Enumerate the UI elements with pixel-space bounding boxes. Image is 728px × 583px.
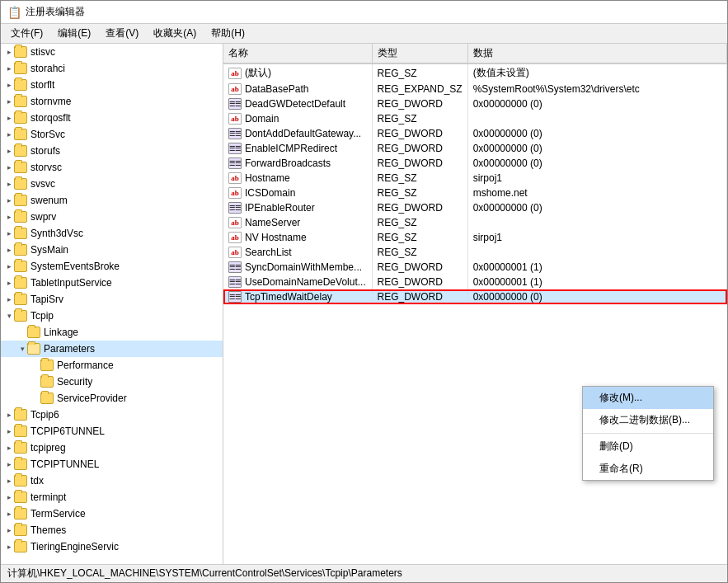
tree-arrow-Tcpip[interactable] [4,311,14,321]
tree-item-storqosflt[interactable]: storqosflt [1,110,223,126]
cell-name-10: abNameServer [223,215,372,230]
tree-item-storflt[interactable]: storflt [1,77,223,93]
tree-arrow-storqosflt[interactable] [4,113,14,123]
tree-arrow-TapiSrv[interactable] [4,294,14,304]
tree-item-Synth3dVsc[interactable]: Synth3dVsc [1,225,223,242]
tree-item-Tcpip6[interactable]: Tcpip6 [1,407,223,423]
tree-item-Security[interactable]: Security [1,374,223,390]
table-row[interactable]: abICSDomainREG_SZmshome.net [223,186,727,200]
table-row[interactable]: abHostnameREG_SZsirpoj1 [223,171,727,186]
cell-name-text: ForwardBroadcasts [245,158,331,169]
tree-item-tdx[interactable]: tdx [1,473,223,489]
table-row[interactable]: abNV HostnameREG_SZsirpoj1 [223,230,727,245]
tree-item-TabletInputService[interactable]: TabletInputService [1,275,223,291]
table-row[interactable]: ☰☰UseDomainNameDeVolut...REG_DWORD0x0000… [223,275,727,289]
tree-item-SysMain[interactable]: SysMain [1,242,223,258]
tree-item-stisvc[interactable]: stisvc [1,44,223,60]
menu-edit[interactable]: 编辑(E) [51,25,97,42]
table-row[interactable]: abDataBasePathREG_EXPAND_SZ%SystemRoot%\… [223,82,727,96]
tree-arrow-swprv[interactable] [4,212,14,222]
table-row[interactable]: abDomainREG_SZ [223,111,727,126]
tree-arrow-TieringEngineServic[interactable] [4,542,14,552]
main-content: stisvcstorahcistorfltstornvmestorqosfltS… [1,44,727,564]
tree-item-TermService[interactable]: TermService [1,505,223,522]
context-menu-item-3[interactable]: 删除(D) [583,435,713,458]
tree-arrow-svsvc[interactable] [4,179,14,189]
tree-arrow-Themes[interactable] [4,525,14,535]
tree-arrow-SysMain[interactable] [4,245,14,255]
context-menu-item-0[interactable]: 修改(M)... [583,387,713,409]
tree-item-storvsc[interactable]: storvsc [1,159,223,176]
tree-arrow-SystemEventsBroke[interactable] [4,261,14,271]
menu-help[interactable]: 帮助(H) [204,25,251,42]
folder-icon-Parameters [27,343,40,355]
tree-item-swprv[interactable]: swprv [1,209,223,225]
tree-item-Tcpip[interactable]: Tcpip [1,308,223,324]
table-row[interactable]: abNameServerREG_SZ [223,215,727,230]
tree-item-Themes[interactable]: Themes [1,522,223,538]
tree-label-storufs: storufs [31,145,60,157]
tree-arrow-tdx[interactable] [4,476,14,486]
table-row[interactable]: ab(默认)REG_SZ(数值未设置) [223,63,727,82]
tree-item-TCPIPTUNNEL[interactable]: TCPIPTUNNEL [1,456,223,473]
tree-item-storahci[interactable]: storahci [1,60,223,77]
tree-arrow-TCPIP6TUNNEL[interactable] [4,426,14,436]
folder-icon-storvsc [14,162,27,173]
table-row[interactable]: ☰☰DontAddDefaultGateway...REG_DWORD0x000… [223,126,727,141]
menu-file[interactable]: 文件(F) [4,25,49,42]
tree-arrow-Tcpip6[interactable] [4,410,14,420]
tree-item-StorSvc[interactable]: StorSvc [1,126,223,143]
table-row[interactable]: ☰☰DeadGWDetectDefaultREG_DWORD0x00000000… [223,96,727,111]
tree-arrow-Security[interactable] [31,377,40,387]
tree-arrow-storahci[interactable] [4,63,14,73]
context-menu-item-1[interactable]: 修改二进制数据(B)... [583,409,713,431]
tree-arrow-Synth3dVsc[interactable] [4,228,14,238]
menu-favorites[interactable]: 收藏夹(A) [147,25,203,42]
cell-name-1: abDataBasePath [223,82,372,96]
cell-type-0: REG_SZ [372,63,467,82]
cell-type-7: REG_SZ [372,171,467,186]
tree-arrow-StorSvc[interactable] [4,129,14,139]
tree-arrow-Parameters[interactable] [17,344,27,354]
tree-item-swenum[interactable]: swenum [1,192,223,209]
tree-arrow-storvsc[interactable] [4,162,14,172]
table-row[interactable]: ☰☰ForwardBroadcastsREG_DWORD0x00000000 (… [223,156,727,171]
tree-arrow-stisvc[interactable] [4,47,14,57]
tree-item-svsvc[interactable]: svsvc [1,176,223,192]
tree-arrow-terminpt[interactable] [4,492,14,502]
tree-item-Performance[interactable]: Performance [1,357,223,374]
tree-item-TapiSrv[interactable]: TapiSrv [1,291,223,308]
tree-item-TieringEngineServic[interactable]: TieringEngineServic [1,538,223,555]
tree-item-terminpt[interactable]: terminpt [1,489,223,505]
tree-arrow-stornvme[interactable] [4,96,14,106]
tree-arrow-TabletInputService[interactable] [4,278,14,288]
tree-arrow-ServiceProvider[interactable] [31,393,40,403]
table-row[interactable]: ☰☰IPEnableRouterREG_DWORD0x00000000 (0) [223,200,727,215]
tree-arrow-Performance[interactable] [31,360,40,370]
table-row[interactable]: ☰☰EnableICMPRedirectREG_DWORD0x00000000 … [223,141,727,156]
tree-item-ServiceProvider[interactable]: ServiceProvider [1,390,223,407]
tree-arrow-tcpipreg[interactable] [4,443,14,453]
tree-arrow-storflt[interactable] [4,80,14,90]
tree-label-SysMain: SysMain [31,244,68,256]
table-row[interactable]: abSearchListREG_SZ [223,245,727,260]
table-row[interactable]: ☰☰SyncDomainWithMembe...REG_DWORD0x00000… [223,260,727,275]
tree-item-stornvme[interactable]: stornvme [1,93,223,110]
tree-item-Parameters[interactable]: Parameters [1,341,223,357]
tree-arrow-swenum[interactable] [4,195,14,205]
tree-arrow-Linkage[interactable] [17,327,27,337]
table-row[interactable]: ☰☰TcpTimedWaitDelayREG_DWORD0x00000000 (… [223,289,727,304]
tree-arrow-TCPIPTUNNEL[interactable] [4,459,14,469]
cell-name-text: SearchList [245,247,292,258]
context-menu-item-4[interactable]: 重命名(R) [583,458,713,480]
reg-icon-dword: ☰☰ [228,276,242,288]
tree-item-SystemEventsBroke[interactable]: SystemEventsBroke [1,258,223,275]
tree-arrow-TermService[interactable] [4,509,14,519]
tree-arrow-storufs[interactable] [4,146,14,156]
tree-item-tcpipreg[interactable]: tcpipreg [1,440,223,456]
tree-item-Linkage[interactable]: Linkage [1,324,223,341]
tree-item-storufs[interactable]: storufs [1,143,223,159]
cell-name-15: ☰☰TcpTimedWaitDelay [223,289,372,304]
menu-view[interactable]: 查看(V) [99,25,145,42]
tree-item-TCPIP6TUNNEL[interactable]: TCPIP6TUNNEL [1,423,223,440]
